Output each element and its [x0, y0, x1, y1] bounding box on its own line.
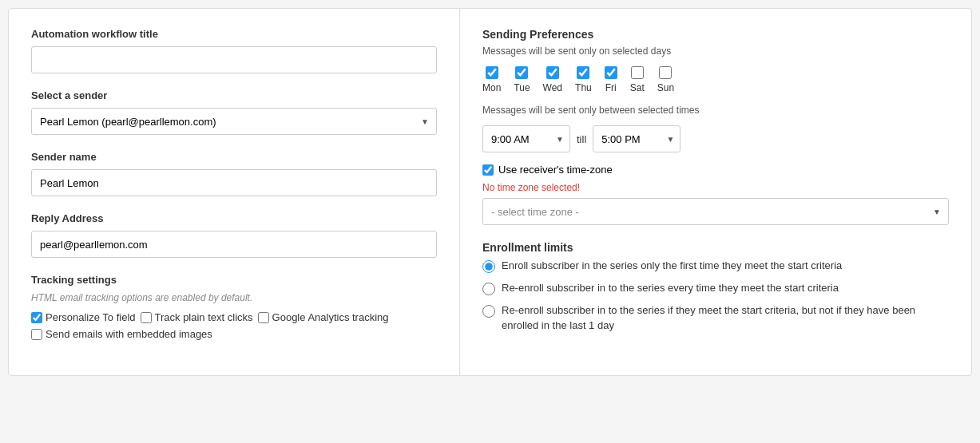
- day-tue-checkbox[interactable]: [515, 66, 528, 79]
- days-section: Mon Tue Wed Thu Fri: [482, 66, 949, 93]
- timezone-select[interactable]: - select time zone -: [482, 198, 949, 225]
- enrollment-label-1[interactable]: Enroll subscriber in the series only the…: [502, 259, 842, 273]
- reply-address-group: Reply Address: [31, 212, 437, 258]
- google-analytics-label[interactable]: Google Analytics tracking: [258, 311, 389, 323]
- left-panel: Automation workflow title Select a sende…: [9, 9, 460, 375]
- enrollment-radio-2[interactable]: [482, 283, 495, 295]
- day-wed-label: Wed: [543, 82, 562, 93]
- day-sat-label: Sat: [630, 82, 645, 93]
- personalize-to-field-checkbox[interactable]: [31, 312, 42, 323]
- day-thu-checkbox[interactable]: [577, 66, 589, 79]
- embedded-images-label[interactable]: Send emails with embedded images: [31, 328, 212, 340]
- day-sat-checkbox[interactable]: [631, 66, 644, 79]
- enrollment-option-2: Re-enroll subscriber in to the series ev…: [482, 281, 949, 295]
- track-plain-text-checkbox[interactable]: [141, 312, 152, 323]
- start-time-select[interactable]: 12:00 AM1:00 AM2:00 AM3:00 AM4:00 AM5:00…: [482, 125, 570, 152]
- end-time-wrapper: 12:00 AM1:00 AM2:00 AM3:00 AM4:00 AM5:00…: [593, 125, 680, 152]
- sender-name-input[interactable]: [31, 169, 437, 196]
- tracking-options-row: Personalize To field Track plain text cl…: [31, 311, 437, 323]
- day-sun-label: Sun: [657, 82, 674, 93]
- sending-pref-title: Sending Preferences: [482, 28, 949, 41]
- enrollment-option-1: Enroll subscriber in the series only the…: [482, 259, 949, 273]
- reply-address-input[interactable]: [31, 231, 437, 258]
- main-container: Automation workflow title Select a sende…: [8, 8, 972, 376]
- workflow-title-label: Automation workflow title: [31, 28, 437, 40]
- day-wed-checkbox[interactable]: [546, 66, 559, 79]
- tracking-group: Tracking settings HTML email tracking op…: [31, 274, 437, 340]
- enrollment-section: Enrollment limits Enroll subscriber in t…: [482, 241, 949, 333]
- google-analytics-text: Google Analytics tracking: [272, 311, 389, 323]
- day-wed: Wed: [543, 66, 562, 93]
- sender-name-label: Sender name: [31, 151, 437, 163]
- workflow-title-group: Automation workflow title: [31, 28, 437, 73]
- use-receiver-timezone-checkbox[interactable]: [482, 164, 494, 176]
- personalize-to-field-text: Personalize To field: [46, 311, 136, 323]
- track-plain-text-text: Track plain text clicks: [155, 311, 253, 323]
- no-timezone-error: No time zone selected!: [482, 182, 949, 193]
- embedded-images-checkbox[interactable]: [31, 329, 42, 340]
- days-hint: Messages will be sent only on selected d…: [482, 45, 949, 57]
- enrollment-label-3[interactable]: Re-enroll subscriber in to the series if…: [502, 303, 949, 332]
- embedded-images-row: Send emails with embedded images: [31, 328, 437, 340]
- day-tue-label: Tue: [514, 82, 530, 93]
- enrollment-option-3: Re-enroll subscriber in to the series if…: [482, 303, 949, 332]
- enrollment-label-2[interactable]: Re-enroll subscriber in to the series ev…: [502, 281, 839, 295]
- tracking-label: Tracking settings: [31, 274, 437, 286]
- day-mon-label: Mon: [482, 82, 501, 93]
- day-sun: Sun: [657, 66, 674, 93]
- days-checkboxes-row: Mon Tue Wed Thu Fri: [482, 66, 949, 93]
- right-panel: Sending Preferences Messages will be sen…: [460, 9, 971, 375]
- day-fri-checkbox[interactable]: [605, 66, 617, 79]
- sender-name-group: Sender name: [31, 151, 437, 196]
- day-mon-checkbox[interactable]: [486, 66, 498, 79]
- day-sat: Sat: [630, 66, 645, 93]
- enrollment-radio-1[interactable]: [482, 260, 495, 273]
- time-row: 12:00 AM1:00 AM2:00 AM3:00 AM4:00 AM5:00…: [482, 125, 949, 152]
- day-tue: Tue: [514, 66, 530, 93]
- times-hint: Messages will be sent only between selec…: [482, 105, 949, 116]
- day-fri: Fri: [605, 66, 617, 93]
- sender-select[interactable]: Pearl Lemon (pearl@pearllemon.com): [31, 108, 437, 135]
- enrollment-title: Enrollment limits: [482, 241, 949, 254]
- use-receiver-timezone-row: Use receiver's time-zone: [482, 164, 949, 176]
- sender-select-wrapper: Pearl Lemon (pearl@pearllemon.com): [31, 108, 437, 135]
- embedded-images-text: Send emails with embedded images: [46, 328, 212, 340]
- timezone-select-wrapper: - select time zone -: [482, 198, 949, 225]
- till-label: till: [577, 133, 586, 145]
- sender-group: Select a sender Pearl Lemon (pearl@pearl…: [31, 89, 437, 135]
- start-time-wrapper: 12:00 AM1:00 AM2:00 AM3:00 AM4:00 AM5:00…: [482, 125, 570, 152]
- day-fri-label: Fri: [605, 82, 617, 93]
- track-plain-text-label[interactable]: Track plain text clicks: [141, 311, 253, 323]
- use-receiver-timezone-label[interactable]: Use receiver's time-zone: [498, 164, 613, 176]
- workflow-title-input[interactable]: [31, 46, 437, 73]
- end-time-select[interactable]: 12:00 AM1:00 AM2:00 AM3:00 AM4:00 AM5:00…: [593, 125, 680, 152]
- personalize-to-field-label[interactable]: Personalize To field: [31, 311, 136, 323]
- day-thu-label: Thu: [575, 82, 592, 93]
- tracking-hint: HTML email tracking options are enabled …: [31, 292, 437, 303]
- enrollment-radio-3[interactable]: [482, 305, 495, 318]
- google-analytics-checkbox[interactable]: [258, 312, 269, 323]
- sender-label: Select a sender: [31, 89, 437, 101]
- day-mon: Mon: [482, 66, 501, 93]
- day-sun-checkbox[interactable]: [659, 66, 672, 79]
- day-thu: Thu: [575, 66, 592, 93]
- reply-address-label: Reply Address: [31, 212, 437, 224]
